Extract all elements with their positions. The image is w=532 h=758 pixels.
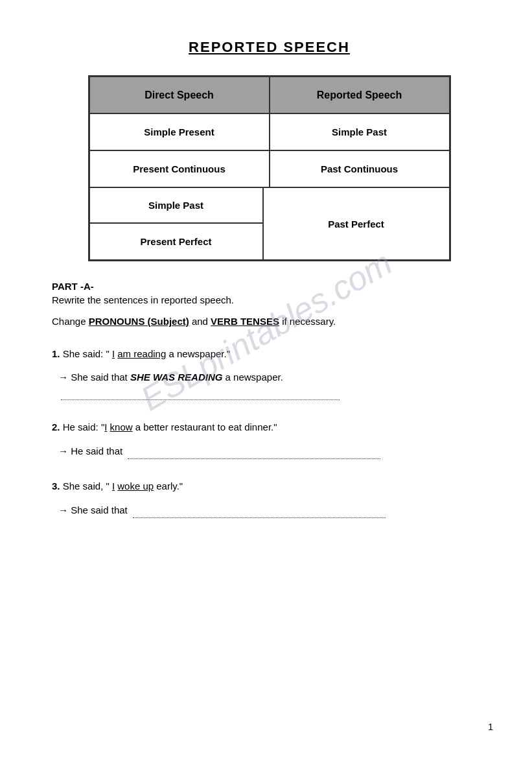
change-instructions: Change PRONOUNS (Subject) and VERB TENSE… <box>52 316 487 327</box>
change-and: and <box>189 316 211 327</box>
exercise-3: 3. She said, " I woke up early." → She s… <box>52 479 487 518</box>
exercise-1-ans-text: SHE WAS READING <box>130 372 223 383</box>
cell-past-continuous: Past Continuous <box>270 151 449 187</box>
exercise-1-answer: → She said that SHE WAS READING a newspa… <box>52 370 487 385</box>
exercise-2-q-suffix: a better restaurant to eat dinner." <box>133 421 277 432</box>
page-title: REPORTED SPEECH <box>52 39 487 56</box>
exercise-3-number: 3. <box>52 480 60 492</box>
part-title: PART -A- <box>52 281 487 292</box>
exercise-3-q-suffix: early." <box>154 480 183 492</box>
exercise-2-answer: → He said that <box>52 443 487 459</box>
exercise-1-q-suffix: a newspaper." <box>166 348 230 359</box>
exercise-2-dotted <box>128 443 380 459</box>
change-suffix: if necessary. <box>279 316 336 327</box>
cell-simple-past-left: Simple Past <box>90 188 262 224</box>
change-prefix: Change <box>52 316 89 327</box>
cell-simple-present: Simple Present <box>90 114 270 150</box>
table-row-simple-present: Simple Present Simple Past <box>90 114 449 151</box>
exercise-2-q-prefix: He said: " <box>63 421 105 432</box>
exercise-3-verb: woke up <box>117 480 154 492</box>
cell-present-continuous: Present Continuous <box>90 151 270 187</box>
exercise-3-arrow: → <box>58 504 71 515</box>
exercise-1-ans-prefix: She said that <box>71 372 128 383</box>
header-direct-speech: Direct Speech <box>90 77 270 113</box>
table-row-present-continuous: Present Continuous Past Continuous <box>90 151 449 188</box>
exercise-1-question: 1. She said: " I am reading a newspaper.… <box>52 346 487 362</box>
grammar-table: Direct Speech Reported Speech Simple Pre… <box>88 75 451 261</box>
exercise-3-question: 3. She said, " I woke up early." <box>52 479 487 494</box>
table-header-row: Direct Speech Reported Speech <box>90 77 449 114</box>
exercise-2: 2. He said: "I know a better restaurant … <box>52 420 487 459</box>
exercise-2-arrow: → <box>58 445 71 456</box>
exercise-1-dotted-line <box>52 388 487 400</box>
exercise-3-q-prefix: She said, " <box>63 480 112 492</box>
part-a-section: PART -A- Rewrite the sentences in report… <box>52 281 487 327</box>
verb-tenses-label: VERB TENSES <box>211 316 279 327</box>
header-reported-speech: Reported Speech <box>270 77 449 113</box>
exercise-1-q-prefix: She said: " <box>63 348 112 359</box>
exercise-3-dotted <box>133 502 386 518</box>
page-number: 1 <box>488 722 493 732</box>
part-subtitle: Rewrite the sentences in reported speech… <box>52 294 487 305</box>
exercise-2-number: 2. <box>52 421 60 432</box>
exercise-1-number: 1. <box>52 348 60 359</box>
pronouns-label: PRONOUNS (Subject) <box>89 316 189 327</box>
exercise-1-ans-suffix: a newspaper. <box>226 372 283 383</box>
left-merged-cells: Simple Past Present Perfect <box>90 188 264 259</box>
exercise-1: 1. She said: " I am reading a newspaper.… <box>52 346 487 400</box>
exercise-3-ans-prefix: She said that <box>71 504 128 515</box>
exercise-3-answer: → She said that <box>52 502 487 518</box>
exercise-1-dotted <box>61 388 340 400</box>
exercise-1-verb: am reading <box>117 348 166 359</box>
exercise-1-arrow: → <box>58 372 71 383</box>
cell-simple-past: Simple Past <box>270 114 449 150</box>
cell-present-perfect: Present Perfect <box>90 224 262 259</box>
exercise-2-ans-prefix: He said that <box>71 445 122 456</box>
exercise-2-question: 2. He said: "I know a better restaurant … <box>52 420 487 435</box>
table-row-merged: Simple Past Present Perfect Past Perfect <box>90 188 449 259</box>
exercise-2-verb: know <box>110 421 133 432</box>
cell-past-perfect: Past Perfect <box>264 188 449 259</box>
